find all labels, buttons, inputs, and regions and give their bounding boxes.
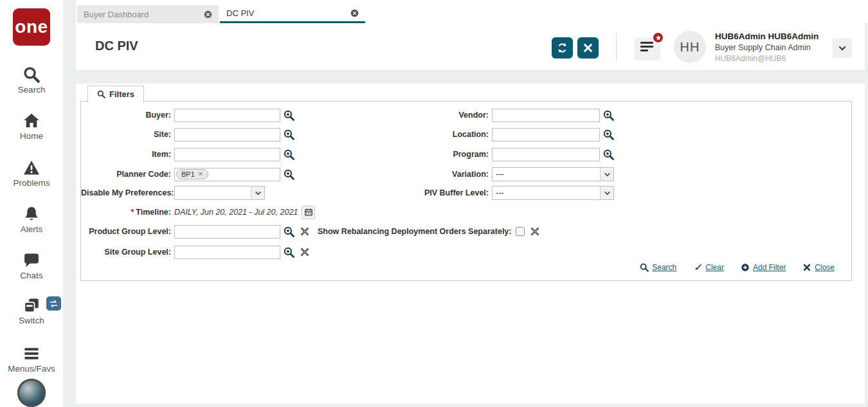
field-row-vendor: Vendor: <box>400 108 614 122</box>
add-filter-action[interactable]: Add Filter <box>741 263 786 272</box>
product-group-level-clear-button[interactable] <box>300 227 309 236</box>
outlined-x-icon <box>300 248 309 257</box>
show-rebalancing-checkbox[interactable] <box>516 227 525 236</box>
search-icon <box>23 66 40 83</box>
avatar[interactable]: HH <box>674 31 706 63</box>
avatar-initials: HH <box>680 40 700 55</box>
tab-label: DC PIV <box>226 8 350 18</box>
chevron-down-icon <box>604 190 611 197</box>
field-row-variation: Variation: --- <box>400 167 614 181</box>
sidebar-item-menus-favs[interactable]: Menus/Favs <box>0 345 63 374</box>
close-action[interactable]: Close <box>802 263 835 272</box>
planner-code-lookup-button[interactable] <box>284 169 294 180</box>
location-input[interactable] <box>492 128 600 141</box>
tab-buyer-dashboard[interactable]: Buyer Dashboard <box>77 5 219 23</box>
zoom-in-icon <box>284 226 294 237</box>
site-group-level-input[interactable] <box>174 246 280 259</box>
filters-tab[interactable]: Filters <box>87 86 144 102</box>
site-lookup-button[interactable] <box>284 129 294 140</box>
sidebar: one Search Home Problems Alerts Chats Sw… <box>0 0 63 407</box>
user-name: HUB6Admin HUB6Admin <box>715 32 831 42</box>
program-input[interactable] <box>492 148 600 161</box>
site-group-level-label: Site Group Level: <box>81 248 174 257</box>
clear-action[interactable]: Clear <box>693 263 724 272</box>
home-icon <box>23 113 40 129</box>
field-row-site: Site: <box>81 127 294 141</box>
show-rebalancing-clear-button[interactable] <box>530 227 539 236</box>
chevron-down-icon <box>255 190 262 197</box>
sidebar-item-problems[interactable]: Problems <box>0 159 63 188</box>
page-title: DC PIV <box>95 39 138 53</box>
page-header: DC PIV HH HUB6Admin HUB6Admin Buyer Supp… <box>76 23 865 71</box>
vendor-label: Vendor: <box>400 111 492 120</box>
bold-x-icon <box>802 263 811 272</box>
field-row-product-group-level: Product Group Level: <box>81 224 309 239</box>
tab-close-icon[interactable] <box>350 9 359 17</box>
zoom-in-icon <box>284 149 294 160</box>
zoom-in-icon <box>284 129 294 140</box>
planner-code-input[interactable]: BP1 ✕ <box>174 168 280 181</box>
sidebar-item-chats[interactable]: Chats <box>0 252 63 280</box>
sidebar-item-label: Problems <box>13 178 50 188</box>
refresh-button[interactable] <box>552 37 573 59</box>
timeline-calendar-button[interactable] <box>302 206 315 219</box>
add-filter-action-label: Add Filter <box>753 263 786 272</box>
vendor-lookup-button[interactable] <box>603 110 614 121</box>
site-group-level-clear-button[interactable] <box>300 248 309 257</box>
variation-select[interactable]: --- <box>492 167 614 181</box>
field-row-planner-code: Planner Code: BP1 ✕ <box>81 167 294 181</box>
stacked-windows-icon <box>23 297 40 314</box>
user-dropdown-button[interactable] <box>833 39 852 58</box>
one-network-logo[interactable]: one <box>13 8 50 46</box>
zoom-in-icon <box>284 247 294 258</box>
tab-dc-piv[interactable]: DC PIV <box>220 5 365 23</box>
search-icon <box>97 90 105 98</box>
switch-swap-badge[interactable] <box>46 296 61 311</box>
filters-panel: Filters Buyer: Site: Item: Planner Code:… <box>80 101 852 281</box>
product-group-level-input[interactable] <box>174 225 280 239</box>
sidebar-item-alerts[interactable]: Alerts <box>0 206 63 234</box>
buyer-input[interactable] <box>174 109 280 122</box>
user-org: HUB6Admin@HUB6 <box>715 54 831 64</box>
outlined-x-icon <box>530 227 539 236</box>
sidebar-item-search[interactable]: Search <box>0 66 63 95</box>
show-rebalancing-label: Show Rebalancing Deployment Orders Separ… <box>318 227 511 236</box>
sidebar-item-label: Switch <box>19 316 44 325</box>
search-action[interactable]: Search <box>640 263 676 272</box>
zoom-in-icon <box>284 169 294 180</box>
user-info[interactable]: HUB6Admin HUB6Admin Buyer Supply Chain A… <box>715 32 831 64</box>
buyer-lookup-button[interactable] <box>284 110 294 121</box>
select-arrow <box>251 186 264 199</box>
close-icon <box>583 42 593 53</box>
star-icon <box>655 35 662 41</box>
site-input[interactable] <box>174 128 280 141</box>
tab-close-icon[interactable] <box>204 10 212 19</box>
planner-code-chip: BP1 ✕ <box>176 169 208 179</box>
main-content: Filters Buyer: Site: Item: Planner Code:… <box>76 84 865 404</box>
site-group-level-lookup-button[interactable] <box>284 247 294 258</box>
required-asterisk: * <box>131 208 134 217</box>
item-lookup-button[interactable] <box>284 149 294 160</box>
warning-triangle-icon <box>23 159 40 176</box>
refresh-icon <box>557 42 568 53</box>
disable-my-preferences-select[interactable] <box>174 186 265 200</box>
location-lookup-button[interactable] <box>603 129 614 140</box>
field-row-buyer: Buyer: <box>81 108 294 122</box>
piv-buffer-level-select[interactable]: --- <box>492 186 614 200</box>
sidebar-item-label: Alerts <box>21 224 43 234</box>
timeline-value: DAILY, Jun 20, 2021 - Jul 20, 2021 <box>174 208 298 217</box>
select-arrow <box>600 168 613 181</box>
sidebar-item-home[interactable]: Home <box>0 113 63 141</box>
item-input[interactable] <box>174 148 280 161</box>
zoom-in-icon <box>603 149 614 160</box>
sidebar-item-label: Chats <box>20 271 42 280</box>
chip-remove-icon[interactable]: ✕ <box>198 171 203 177</box>
select-value: --- <box>493 168 600 181</box>
ai-globe-logo[interactable] <box>17 379 46 407</box>
vendor-input[interactable] <box>492 109 600 122</box>
field-row-timeline: *Timeline: DAILY, Jun 20, 2021 - Jul 20,… <box>81 205 315 219</box>
product-group-level-lookup-button[interactable] <box>284 226 294 237</box>
close-screen-button[interactable] <box>577 37 599 59</box>
program-lookup-button[interactable] <box>603 149 614 160</box>
product-group-level-label: Product Group Level: <box>81 227 174 236</box>
